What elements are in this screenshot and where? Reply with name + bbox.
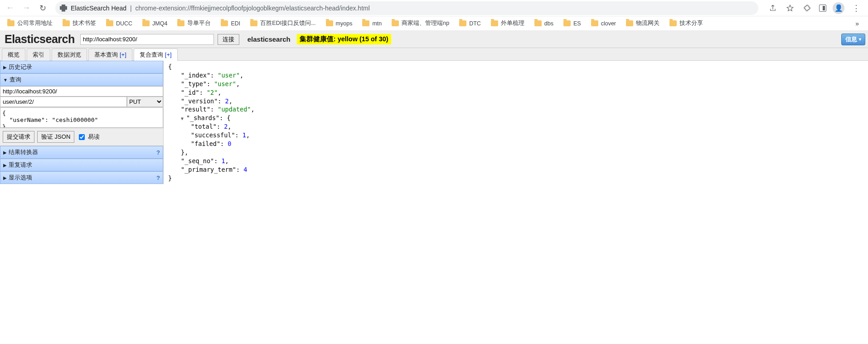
bookmark[interactable]: 导单平台 (175, 18, 213, 29)
query-url-input[interactable] (0, 86, 163, 97)
folder-icon (177, 20, 184, 26)
result-transformer-head[interactable]: ▶ 结果转换器 ? (0, 146, 163, 159)
browser-chrome-bar: ← → ↻ ElasticSearch Head | chrome-extens… (0, 0, 868, 16)
tab-basic-query[interactable]: 基本查询[+] (88, 48, 132, 61)
pretty-checkbox[interactable] (79, 134, 85, 140)
bookmark[interactable]: 外单梳理 (488, 18, 527, 29)
bookmark[interactable]: EDI (218, 19, 243, 29)
result-panel: { "_index": "user", "_type": "user", "_i… (164, 61, 868, 184)
tab-plus-icon[interactable]: [+] (120, 51, 126, 58)
bookmark[interactable]: clover (588, 19, 619, 29)
result-type: user (218, 80, 233, 87)
expanded-triangle-icon: ▼ (3, 78, 8, 82)
validate-json-button[interactable]: 验证 JSON (37, 131, 74, 143)
section-label: 查询 (10, 76, 21, 84)
collapse-triangle-icon[interactable]: ▼ (181, 116, 186, 122)
extensions-icon[interactable] (802, 3, 813, 14)
omnibox[interactable]: ElasticSearch Head | chrome-extension://… (55, 1, 758, 15)
bookmark-label: clover (601, 20, 616, 27)
folder-icon (491, 20, 498, 26)
query-path-input[interactable] (0, 97, 127, 107)
pretty-checkbox-label[interactable]: 易读 (77, 133, 100, 141)
repeat-request-head[interactable]: ▶ 重复请求 (0, 159, 163, 171)
share-icon[interactable] (767, 3, 778, 14)
bookmark-label: 商家端、管理端np (402, 19, 449, 27)
bookmark[interactable]: 技术分享 (667, 18, 706, 29)
bookmark-label: EDI (231, 20, 240, 27)
avatar[interactable]: 👤 (833, 2, 844, 14)
collapsed-triangle-icon: ▶ (3, 150, 7, 155)
more-bookmarks-icon[interactable]: » (851, 18, 863, 29)
bookmark[interactable]: 商家端、管理端np (389, 18, 452, 29)
display-options-head[interactable]: ▶ 显示选项 ? (0, 171, 163, 184)
omnibox-url: chrome-extension://ffmkiejjmecolpfloofpj… (136, 5, 370, 12)
bookmark[interactable]: 技术书签 (60, 18, 99, 29)
tab-indices[interactable]: 索引 (27, 48, 50, 61)
sidebar: ▶ 历史记录 ▼ 查询 PUT { "userName": "ceshi0000… (0, 61, 164, 184)
result-shards-failed: 0 (228, 140, 231, 147)
bookmark[interactable]: DUCC (103, 19, 135, 29)
main-layout: ▶ 历史记录 ▼ 查询 PUT { "userName": "ceshi0000… (0, 61, 868, 184)
info-button[interactable]: 信息 ▾ (841, 34, 865, 45)
forward-icon[interactable]: → (20, 2, 33, 15)
folder-icon (362, 20, 369, 26)
bookmark-label: DUCC (116, 20, 132, 27)
help-icon[interactable]: ? (156, 149, 160, 156)
bookmark[interactable]: mtn (359, 19, 384, 29)
extension-icon (60, 5, 67, 12)
folder-icon (591, 20, 598, 26)
tab-browse[interactable]: 数据浏览 (52, 48, 87, 61)
tab-plus-icon[interactable]: [+] (165, 51, 172, 58)
result-shards-total: 2 (224, 123, 228, 130)
bookmark[interactable]: DTC (456, 19, 484, 29)
back-icon[interactable]: ← (4, 2, 16, 15)
bookmark-label: 技术书签 (73, 19, 96, 27)
history-section-head[interactable]: ▶ 历史记录 (0, 61, 163, 73)
folder-icon (7, 20, 15, 26)
http-method-select[interactable]: PUT (127, 97, 163, 107)
query-section-head[interactable]: ▼ 查询 (0, 73, 163, 86)
kebab-menu-icon[interactable]: ⋮ (851, 3, 862, 14)
folder-icon (626, 20, 633, 26)
submit-button[interactable]: 提交请求 (3, 131, 34, 143)
bookmark[interactable]: 公司常用地址 (5, 18, 55, 29)
star-icon[interactable] (785, 3, 795, 14)
request-body-textarea[interactable]: { "userName": "ceshi000000" } (0, 107, 163, 128)
folder-icon (392, 20, 399, 26)
result-primary-term: 4 (243, 166, 247, 173)
bookmark[interactable]: dbs (532, 19, 556, 29)
panel-icon[interactable] (819, 5, 826, 12)
result-result: updated (221, 106, 247, 113)
folder-icon (326, 20, 333, 26)
bookmark[interactable]: JMQ4 (140, 19, 170, 29)
bookmark-label: 百胜EDI接口反馈问... (260, 19, 315, 27)
bookmark-label: DTC (469, 20, 481, 27)
reload-icon[interactable]: ↻ (36, 2, 49, 15)
connect-button[interactable]: 连接 (218, 34, 239, 45)
bookmark-label: 外单梳理 (501, 19, 524, 27)
result-shards-successful: 1 (242, 131, 246, 139)
folder-icon (534, 20, 542, 26)
folder-icon (563, 20, 571, 26)
help-icon[interactable]: ? (156, 174, 160, 181)
tab-overview[interactable]: 概览 (2, 48, 25, 61)
folder-icon (669, 20, 677, 26)
bookmark[interactable]: 物流网关 (623, 18, 662, 29)
collapsed-triangle-icon: ▶ (3, 65, 7, 70)
folder-icon (250, 20, 257, 26)
result-version: 2 (225, 97, 229, 105)
bookmark[interactable]: ES (561, 19, 584, 29)
omnibox-sep: | (130, 5, 132, 12)
folder-icon (106, 20, 113, 26)
folder-icon (142, 20, 150, 26)
bookmark-label: myops (336, 20, 353, 27)
bookmark[interactable]: 百胜EDI接口反馈问... (247, 18, 318, 29)
es-url-input[interactable] (80, 34, 214, 45)
tab-compound-query[interactable]: 复合查询[+] (134, 48, 178, 61)
action-row: 提交请求 验证 JSON 易读 (0, 128, 163, 146)
bookmark-label: 技术分享 (679, 19, 703, 27)
bookmark-label: mtn (372, 20, 382, 27)
folder-icon (459, 20, 466, 26)
bookmarks-bar: 公司常用地址 技术书签 DUCC JMQ4 导单平台 EDI 百胜EDI接口反馈… (0, 16, 868, 31)
bookmark[interactable]: myops (323, 19, 355, 29)
